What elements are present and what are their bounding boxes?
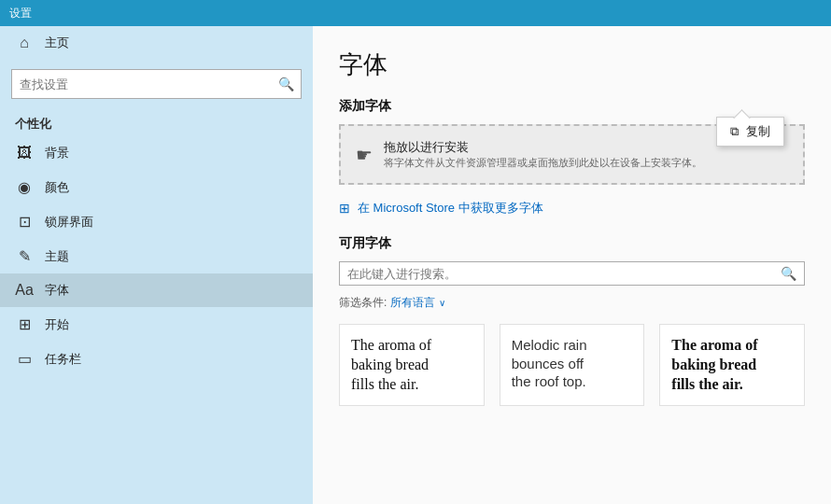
sidebar-item-lockscreen[interactable]: ⊡ 锁屏界面: [0, 204, 313, 239]
sidebar-item-theme[interactable]: ✎ 主题: [0, 239, 313, 273]
sidebar-search-icon: 🔍: [278, 77, 294, 91]
taskbar-icon: ▭: [15, 350, 34, 368]
drop-zone-secondary-text: 将字体文件从文件资源管理器或桌面拖放到此处以在设备上安装字体。: [384, 156, 702, 170]
font-preview-text-1: Melodic rainbounces offthe roof top.: [512, 336, 633, 391]
sidebar-item-home[interactable]: ⌂ 主页: [0, 26, 313, 60]
available-fonts-title: 可用字体: [339, 235, 805, 252]
font-preview-text-0: The aroma ofbaking breadfills the air.: [351, 336, 472, 394]
font-card-1[interactable]: Melodic rainbounces offthe roof top.: [500, 324, 645, 406]
sidebar-search-container: 🔍: [11, 69, 302, 99]
theme-icon: ✎: [15, 247, 34, 265]
color-icon: ◉: [15, 178, 34, 196]
sidebar: ⌂ 主页 🔍 个性化 🖼 背景 ◉ 颜色 ⊡ 锁屏界面 ✎ 主题 Aa: [0, 26, 313, 504]
sidebar-item-taskbar-label: 任务栏: [45, 351, 81, 368]
home-icon: ⌂: [15, 35, 34, 51]
sidebar-item-start[interactable]: ⊞ 开始: [0, 307, 313, 342]
sidebar-item-background[interactable]: 🖼 背景: [0, 136, 313, 170]
tooltip-popup: ⧉ 复制: [716, 117, 784, 147]
store-link-label: 在 Microsoft Store 中获取更多字体: [358, 200, 543, 217]
sidebar-item-background-label: 背景: [45, 145, 69, 161]
drop-zone[interactable]: ☛ 拖放以进行安装 将字体文件从文件资源管理器或桌面拖放到此处以在设备上安装字体…: [339, 124, 805, 185]
sidebar-item-start-label: 开始: [45, 316, 69, 333]
title-bar-label: 设置: [9, 6, 32, 21]
font-card-2[interactable]: The aroma ofbaking breadfills the air.: [659, 324, 805, 406]
font-search-bar: 🔍: [339, 261, 805, 286]
font-card-0[interactable]: The aroma ofbaking breadfills the air.: [339, 324, 485, 406]
content-area: 字体 添加字体 ☛ 拖放以进行安装 将字体文件从文件资源管理器或桌面拖放到此处以…: [313, 26, 831, 504]
sidebar-item-font-label: 字体: [45, 282, 69, 299]
font-search-input[interactable]: [347, 267, 773, 281]
sidebar-item-color-label: 颜色: [45, 179, 69, 196]
drop-zone-icon: ☛: [356, 144, 373, 166]
drop-zone-text: 拖放以进行安装 将字体文件从文件资源管理器或桌面拖放到此处以在设备上安装字体。: [384, 139, 702, 170]
font-search-icon: 🔍: [781, 266, 796, 281]
main-layout: ⌂ 主页 🔍 个性化 🖼 背景 ◉ 颜色 ⊡ 锁屏界面 ✎ 主题 Aa: [0, 26, 831, 504]
background-icon: 🖼: [15, 145, 34, 161]
font-preview-text-2: The aroma ofbaking breadfills the air.: [671, 336, 793, 394]
font-previews: The aroma ofbaking breadfills the air. M…: [339, 324, 805, 406]
page-title: 字体: [339, 49, 805, 81]
store-icon: ⊞: [339, 201, 350, 216]
title-bar: 设置: [0, 0, 831, 26]
filter-label: 筛选条件:: [339, 295, 387, 311]
sidebar-item-home-label: 主页: [45, 35, 69, 51]
filter-value[interactable]: 所有语言: [390, 295, 435, 311]
sidebar-search-input[interactable]: [11, 69, 302, 99]
sidebar-item-font[interactable]: Aa 字体: [0, 273, 313, 307]
filter-row: 筛选条件: 所有语言 ∨: [339, 295, 805, 311]
drop-zone-primary-text: 拖放以进行安装: [384, 139, 702, 156]
lockscreen-icon: ⊡: [15, 213, 34, 231]
store-link[interactable]: ⊞ 在 Microsoft Store 中获取更多字体: [339, 200, 805, 217]
sidebar-item-taskbar[interactable]: ▭ 任务栏: [0, 342, 313, 376]
tooltip-copy-icon: ⧉: [730, 124, 739, 139]
start-icon: ⊞: [15, 315, 34, 333]
font-icon: Aa: [15, 282, 34, 299]
add-fonts-section-title: 添加字体: [339, 98, 805, 115]
sidebar-section-label: 个性化: [0, 108, 313, 136]
sidebar-item-color[interactable]: ◉ 颜色: [0, 170, 313, 204]
tooltip-copy-label: 复制: [746, 123, 770, 140]
filter-chevron-icon[interactable]: ∨: [439, 298, 445, 308]
sidebar-item-lockscreen-label: 锁屏界面: [45, 214, 93, 231]
sidebar-item-theme-label: 主题: [45, 248, 69, 265]
